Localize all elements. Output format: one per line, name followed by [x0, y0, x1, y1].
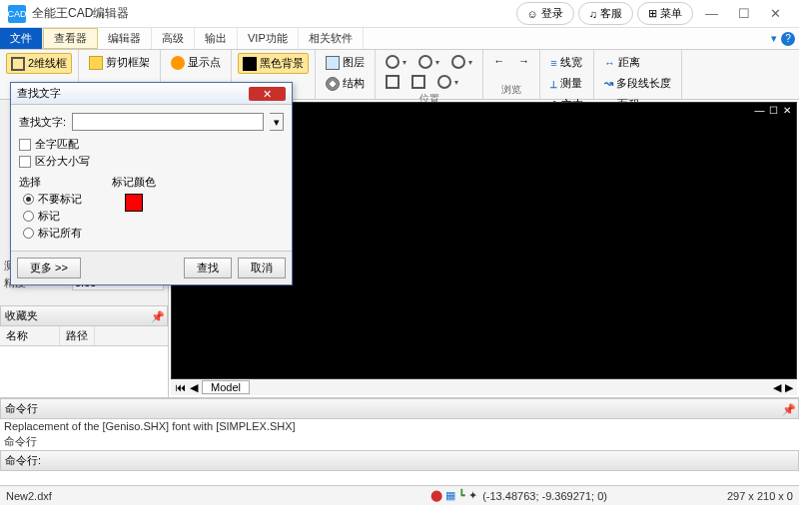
- linewidth-button[interactable]: ≡线宽: [546, 53, 587, 72]
- zoom-out-button[interactable]: ▾: [433, 73, 462, 91]
- status-bar: New2.dxf ⬤ ▦ ┗ ✦ (-13.48763; -9.369271; …: [0, 485, 799, 505]
- wire2d-button[interactable]: 2维线框: [6, 53, 72, 74]
- tab-advanced[interactable]: 高级: [152, 28, 195, 49]
- help-icon[interactable]: ?: [781, 32, 795, 46]
- tab-viewer[interactable]: 查看器: [43, 28, 98, 49]
- tab-output[interactable]: 输出: [195, 28, 238, 49]
- zoom-icon: [386, 55, 400, 69]
- col-path[interactable]: 路径: [60, 326, 95, 345]
- structure-button[interactable]: 结构: [322, 74, 369, 93]
- status-dims: 297 x 210 x 0: [727, 490, 793, 502]
- pan-button[interactable]: [407, 73, 429, 91]
- support-button[interactable]: ♫客服: [578, 2, 633, 25]
- radio-icon: [23, 194, 34, 205]
- titlebar: CAD 全能王CAD编辑器 ☺登录 ♫客服 ⊞菜单 — ☐ ✕: [0, 0, 799, 28]
- cmd-input-label: 命令行:: [0, 450, 799, 471]
- cmd-input[interactable]: [0, 471, 799, 485]
- tab-file[interactable]: 文件: [0, 28, 43, 49]
- showpoint-button[interactable]: 显示点: [167, 53, 225, 72]
- checkbox-icon: [19, 156, 31, 168]
- status-icon-3[interactable]: ┗: [458, 489, 465, 502]
- tab-vip[interactable]: VIP功能: [238, 28, 299, 49]
- clip-icon: [89, 56, 103, 70]
- radio-mark[interactable]: 标记: [23, 209, 82, 224]
- tab-prev-icon[interactable]: ◀: [190, 381, 198, 394]
- find-dropdown-icon[interactable]: ▾: [270, 113, 284, 131]
- cmd-pin-icon[interactable]: 📌: [782, 403, 794, 415]
- status-file: New2.dxf: [6, 490, 52, 502]
- app-icon: CAD: [8, 5, 26, 23]
- find-label: 查找文字:: [19, 115, 66, 130]
- zoom-extents-button[interactable]: ▾: [382, 53, 410, 71]
- radio-mark-all[interactable]: 标记所有: [23, 226, 82, 241]
- find-input[interactable]: [72, 113, 264, 131]
- layer-icon: [326, 56, 340, 70]
- zoom-window-button[interactable]: ▾: [447, 53, 476, 71]
- select-label: 选择: [19, 175, 82, 190]
- grid-icon: ⊞: [648, 7, 657, 20]
- user-icon: ☺: [527, 8, 538, 20]
- dialog-title: 查找文字: [17, 86, 61, 101]
- fit-icon: [386, 75, 400, 89]
- dropdown-icon[interactable]: ▾: [771, 32, 777, 45]
- zoomwin-icon: [451, 55, 465, 69]
- canvas-window-controls[interactable]: — ☐ ✕: [754, 105, 792, 116]
- close-button[interactable]: ✕: [760, 0, 791, 27]
- cmd-output-2: 命令行: [0, 433, 799, 450]
- status-icon-2[interactable]: ▦: [445, 489, 455, 502]
- status-coords: (-13.48763; -9.369271; 0): [482, 490, 607, 502]
- tab-first-icon[interactable]: ⏮: [175, 381, 186, 393]
- blackbg-button[interactable]: 黑色背景: [238, 53, 309, 74]
- cancel-button[interactable]: 取消: [238, 258, 286, 278]
- zoomout-icon: [437, 75, 451, 89]
- model-tab[interactable]: Model: [202, 380, 250, 394]
- zoomin-icon: [418, 55, 432, 69]
- blackbg-icon: [243, 57, 257, 71]
- fit-button[interactable]: [382, 73, 403, 91]
- headset-icon: ♫: [589, 8, 597, 20]
- case-checkbox[interactable]: 区分大小写: [19, 154, 284, 169]
- sheet-tabs: ⏮ ◀ Model ◀ ▶: [171, 379, 797, 395]
- minimize-button[interactable]: —: [695, 0, 728, 27]
- radio-icon: [23, 211, 34, 222]
- menubar: 文件 查看器 编辑器 高级 输出 VIP功能 相关软件 ▾ ?: [0, 28, 799, 50]
- tab-related[interactable]: 相关软件: [299, 28, 364, 49]
- cmd-output-1: Replacement of the [Geniso.SHX] font wit…: [0, 419, 799, 433]
- radio-icon: [23, 228, 34, 239]
- maximize-button[interactable]: ☐: [728, 0, 760, 27]
- tab-scroll-right[interactable]: ▶: [785, 381, 793, 394]
- structure-icon: [326, 77, 340, 91]
- menu-button[interactable]: ⊞菜单: [637, 2, 693, 25]
- command-area: 命令行📌 Replacement of the [Geniso.SHX] fon…: [0, 397, 799, 485]
- tab-scroll-left[interactable]: ◀: [773, 381, 781, 394]
- zoom-in-button[interactable]: ▾: [414, 53, 443, 71]
- status-icon-1[interactable]: ⬤: [430, 489, 442, 502]
- dialog-close-button[interactable]: ✕: [249, 87, 286, 101]
- measure-button[interactable]: ⟂测量: [546, 74, 587, 93]
- pin-icon[interactable]: 📌: [151, 310, 163, 322]
- tab-editor[interactable]: 编辑器: [98, 28, 152, 49]
- layer-button[interactable]: 图层: [322, 53, 369, 72]
- login-button[interactable]: ☺登录: [516, 2, 574, 25]
- app-title: 全能王CAD编辑器: [32, 5, 514, 22]
- find-button[interactable]: 查找: [184, 258, 232, 278]
- radio-no-mark[interactable]: 不要标记: [23, 192, 82, 207]
- favorites-columns: 名称 路径: [0, 326, 168, 346]
- whole-word-checkbox[interactable]: 全字匹配: [19, 137, 284, 152]
- mark-color-swatch[interactable]: [125, 194, 143, 212]
- clipframe-button[interactable]: 剪切框架: [85, 53, 154, 72]
- pan-icon: [411, 75, 425, 89]
- favorites-list[interactable]: [0, 346, 168, 397]
- prev-button[interactable]: ←: [489, 53, 508, 69]
- col-name[interactable]: 名称: [0, 326, 60, 345]
- dialog-titlebar[interactable]: 查找文字 ✕: [11, 83, 292, 105]
- more-button[interactable]: 更多 >>: [17, 258, 81, 278]
- measure-icon: ⟂: [550, 78, 557, 90]
- next-button[interactable]: →: [514, 53, 533, 69]
- polylen-button[interactable]: ↝多段线长度: [600, 74, 675, 93]
- color-label: 标记颜色: [112, 175, 156, 190]
- status-icon-4[interactable]: ✦: [468, 489, 477, 502]
- favorites-header: 收藏夹 📌: [0, 305, 168, 326]
- polylen-icon: ↝: [604, 77, 613, 90]
- distance-button[interactable]: ↔距离: [600, 53, 675, 72]
